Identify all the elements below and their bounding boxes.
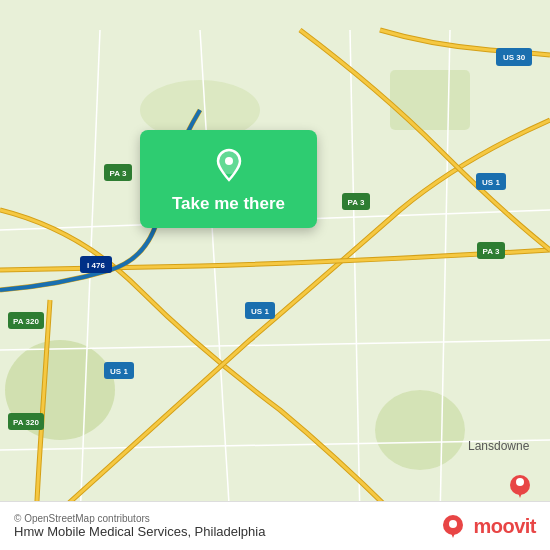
bottom-bar-left: © OpenStreetMap contributors Hmw Mobile … [14,513,265,539]
svg-rect-3 [390,70,470,130]
svg-text:US 1: US 1 [110,367,128,376]
svg-text:PA 320: PA 320 [13,418,39,427]
svg-text:Lansdowne: Lansdowne [468,439,530,453]
svg-text:I 476: I 476 [87,261,105,270]
cta-card[interactable]: Take me there [140,130,317,228]
cta-label[interactable]: Take me there [172,194,285,214]
svg-text:US 1: US 1 [482,178,500,187]
svg-text:PA 3: PA 3 [348,198,365,207]
svg-point-37 [225,157,233,165]
map-container: US 30 US 1 PA 3 PA 3 PA 3 I 476 PA 320 U… [0,0,550,550]
location-pin-icon [210,146,248,184]
svg-point-35 [516,478,524,486]
svg-text:PA 3: PA 3 [483,247,500,256]
location-text: Hmw Mobile Medical Services, Philadelphi… [14,524,265,539]
svg-point-40 [449,520,457,528]
osm-credit: © OpenStreetMap contributors [14,513,265,524]
svg-point-2 [375,390,465,470]
svg-text:US 30: US 30 [503,53,526,62]
svg-text:PA 320: PA 320 [13,317,39,326]
moovit-logo: moovit [439,512,536,540]
bottom-bar: © OpenStreetMap contributors Hmw Mobile … [0,501,550,550]
moovit-text: moovit [473,515,536,538]
svg-text:PA 3: PA 3 [110,169,127,178]
moovit-icon [439,512,467,540]
svg-text:US 1: US 1 [251,307,269,316]
